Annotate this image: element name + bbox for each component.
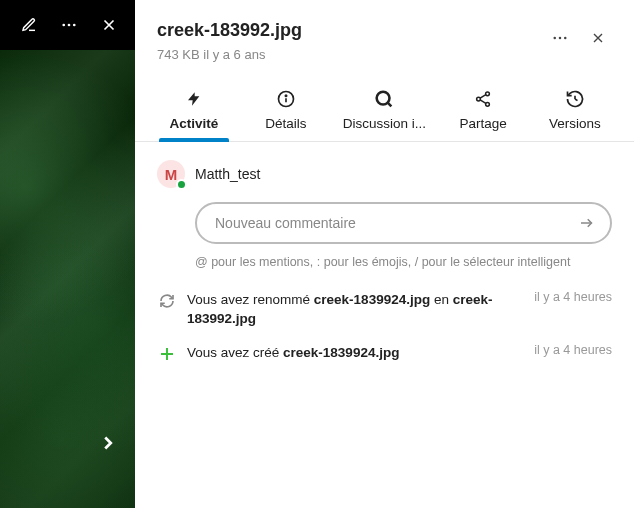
author-name: Matth_test <box>195 166 260 182</box>
svg-point-3 <box>553 37 556 40</box>
search-icon <box>373 88 395 110</box>
history-icon <box>565 88 585 110</box>
svg-point-5 <box>564 37 567 40</box>
next-image-button[interactable] <box>91 426 125 460</box>
svg-line-10 <box>388 103 392 107</box>
lightning-icon <box>186 88 202 110</box>
presence-indicator <box>176 179 187 190</box>
svg-point-8 <box>285 95 286 96</box>
comment-author: M Matth_test <box>157 160 612 188</box>
sidebar-header: creek-183992.jpg 743 KB il y a 6 ans <box>135 0 634 66</box>
activity-time: il y a 4 heures <box>534 290 612 329</box>
tab-label: Versions <box>549 116 601 131</box>
tab-details[interactable]: Détails <box>251 88 321 141</box>
rename-icon <box>157 291 177 311</box>
svg-line-15 <box>480 100 486 103</box>
comment-hint: @ pour les mentions, : pour les émojis, … <box>195 254 612 272</box>
activity-text: Vous avez renommé creek-1839924.jpg en c… <box>187 290 522 329</box>
svg-point-2 <box>73 24 76 27</box>
activity-time: il y a 4 heures <box>534 343 612 364</box>
activity-text: Vous avez créé creek-1839924.jpg <box>187 343 522 364</box>
tab-label: Détails <box>265 116 306 131</box>
svg-point-11 <box>486 92 490 96</box>
activity-item: Vous avez renommé creek-1839924.jpg en c… <box>157 290 612 329</box>
file-meta: 743 KB il y a 6 ans <box>157 47 546 62</box>
tab-label: Discussion i... <box>343 116 426 131</box>
details-sidebar: creek-183992.jpg 743 KB il y a 6 ans Act… <box>135 0 634 508</box>
image-preview <box>0 50 135 508</box>
image-viewer-panel <box>0 0 135 508</box>
avatar: M <box>157 160 185 188</box>
svg-point-13 <box>486 102 490 106</box>
activity-item: Vous avez créé creek-1839924.jpg il y a … <box>157 343 612 364</box>
tab-share[interactable]: Partage <box>448 88 518 141</box>
more-menu-button[interactable] <box>51 7 87 43</box>
share-icon <box>474 88 492 110</box>
svg-line-17 <box>575 99 578 101</box>
activity-tab-content: M Matth_test @ pour les mentions, : pour… <box>135 142 634 508</box>
tabs: Activité Détails Discussion i... Partage… <box>135 66 634 142</box>
info-icon <box>276 88 296 110</box>
tab-label: Activité <box>170 116 219 131</box>
sidebar-more-button[interactable] <box>546 24 574 52</box>
tab-activity[interactable]: Activité <box>159 88 229 141</box>
svg-point-0 <box>62 24 65 27</box>
svg-point-4 <box>559 37 562 40</box>
close-viewer-button[interactable] <box>91 7 127 43</box>
svg-line-14 <box>480 95 486 98</box>
comment-input-wrapper <box>195 202 612 244</box>
svg-point-9 <box>377 92 390 105</box>
tab-discussion[interactable]: Discussion i... <box>343 88 426 141</box>
viewer-toolbar <box>0 0 135 50</box>
create-icon <box>157 344 177 364</box>
tab-versions[interactable]: Versions <box>540 88 610 141</box>
edit-button[interactable] <box>11 7 47 43</box>
close-sidebar-button[interactable] <box>584 24 612 52</box>
submit-comment-button[interactable] <box>574 210 600 236</box>
tab-label: Partage <box>459 116 506 131</box>
svg-point-1 <box>68 24 71 27</box>
svg-point-12 <box>477 97 481 101</box>
file-name: creek-183992.jpg <box>157 20 546 41</box>
comment-input[interactable] <box>215 215 568 231</box>
